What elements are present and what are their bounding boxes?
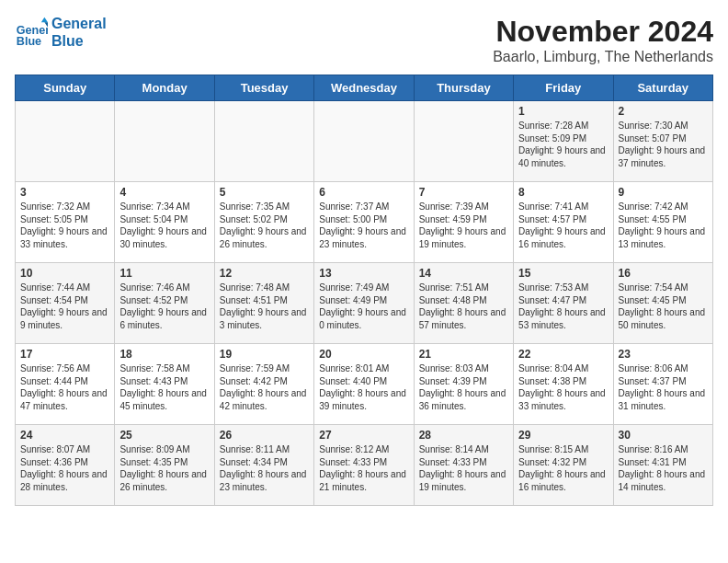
day-number: 12 (220, 267, 309, 280)
day-number: 28 (419, 429, 508, 442)
day-number: 30 (619, 429, 708, 442)
day-info: Sunrise: 7:46 AM Sunset: 4:52 PM Dayligh… (119, 282, 207, 330)
day-info: Sunrise: 8:07 AM Sunset: 4:36 PM Dayligh… (20, 444, 108, 492)
weekday-header-monday: Monday (115, 75, 214, 101)
calendar-cell (314, 101, 414, 182)
calendar-week-2: 3Sunrise: 7:32 AM Sunset: 5:05 PM Daylig… (16, 182, 713, 263)
day-info: Sunrise: 7:37 AM Sunset: 5:00 PM Dayligh… (319, 201, 406, 249)
calendar-cell: 13Sunrise: 7:49 AM Sunset: 4:49 PM Dayli… (314, 263, 414, 344)
calendar-cell: 6Sunrise: 7:37 AM Sunset: 5:00 PM Daylig… (314, 182, 414, 263)
day-info: Sunrise: 7:48 AM Sunset: 4:51 PM Dayligh… (220, 282, 307, 330)
day-info: Sunrise: 8:16 AM Sunset: 4:31 PM Dayligh… (619, 444, 706, 492)
calendar-cell: 15Sunrise: 7:53 AM Sunset: 4:47 PM Dayli… (514, 263, 613, 344)
calendar-cell: 29Sunrise: 8:15 AM Sunset: 4:32 PM Dayli… (514, 425, 613, 506)
day-number: 11 (119, 267, 209, 280)
day-info: Sunrise: 7:39 AM Sunset: 4:59 PM Dayligh… (419, 201, 506, 249)
calendar-cell: 3Sunrise: 7:32 AM Sunset: 5:05 PM Daylig… (16, 182, 115, 263)
weekday-header-wednesday: Wednesday (314, 75, 414, 101)
day-number: 4 (119, 186, 209, 199)
calendar-cell: 8Sunrise: 7:41 AM Sunset: 4:57 PM Daylig… (514, 182, 613, 263)
calendar-cell: 10Sunrise: 7:44 AM Sunset: 4:54 PM Dayli… (16, 263, 115, 344)
day-number: 24 (20, 429, 109, 442)
day-number: 7 (419, 186, 508, 199)
day-info: Sunrise: 7:54 AM Sunset: 4:45 PM Dayligh… (619, 282, 706, 330)
calendar-week-1: 1Sunrise: 7:28 AM Sunset: 5:09 PM Daylig… (16, 101, 713, 182)
calendar-table: SundayMondayTuesdayWednesdayThursdayFrid… (15, 75, 713, 506)
calendar-cell: 18Sunrise: 7:58 AM Sunset: 4:43 PM Dayli… (115, 344, 214, 425)
calendar-cell: 22Sunrise: 8:04 AM Sunset: 4:38 PM Dayli… (514, 344, 613, 425)
day-number: 8 (518, 186, 608, 199)
day-number: 26 (220, 429, 309, 442)
calendar-cell: 12Sunrise: 7:48 AM Sunset: 4:51 PM Dayli… (214, 263, 313, 344)
day-number: 3 (20, 186, 109, 199)
day-info: Sunrise: 8:14 AM Sunset: 4:33 PM Dayligh… (419, 444, 506, 492)
day-info: Sunrise: 8:03 AM Sunset: 4:39 PM Dayligh… (419, 363, 506, 411)
weekday-header-sunday: Sunday (16, 75, 115, 101)
calendar-cell: 30Sunrise: 8:16 AM Sunset: 4:31 PM Dayli… (613, 425, 712, 506)
day-number: 17 (20, 348, 109, 361)
weekday-header-thursday: Thursday (414, 75, 513, 101)
location-title: Baarlo, Limburg, The Netherlands (493, 49, 713, 65)
day-info: Sunrise: 7:49 AM Sunset: 4:49 PM Dayligh… (319, 282, 406, 330)
weekday-header-saturday: Saturday (613, 75, 712, 101)
calendar-cell: 21Sunrise: 8:03 AM Sunset: 4:39 PM Dayli… (414, 344, 513, 425)
svg-marker-2 (41, 17, 48, 22)
day-number: 19 (220, 348, 309, 361)
page-header: General Blue General Blue November 2024 … (15, 15, 713, 65)
calendar-cell: 2Sunrise: 7:30 AM Sunset: 5:07 PM Daylig… (613, 101, 712, 182)
day-info: Sunrise: 7:56 AM Sunset: 4:44 PM Dayligh… (20, 363, 108, 411)
calendar-cell: 20Sunrise: 8:01 AM Sunset: 4:40 PM Dayli… (314, 344, 414, 425)
calendar-week-4: 17Sunrise: 7:56 AM Sunset: 4:44 PM Dayli… (16, 344, 713, 425)
day-number: 23 (619, 348, 708, 361)
day-number: 5 (220, 186, 309, 199)
day-number: 15 (518, 267, 608, 280)
day-number: 13 (319, 267, 408, 280)
day-info: Sunrise: 7:59 AM Sunset: 4:42 PM Dayligh… (220, 363, 307, 411)
calendar-cell: 28Sunrise: 8:14 AM Sunset: 4:33 PM Dayli… (414, 425, 513, 506)
day-info: Sunrise: 7:32 AM Sunset: 5:05 PM Dayligh… (20, 201, 108, 249)
calendar-cell: 25Sunrise: 8:09 AM Sunset: 4:35 PM Dayli… (115, 425, 214, 506)
day-number: 16 (619, 267, 708, 280)
day-info: Sunrise: 7:44 AM Sunset: 4:54 PM Dayligh… (20, 282, 108, 330)
day-info: Sunrise: 7:30 AM Sunset: 5:07 PM Dayligh… (619, 121, 706, 168)
day-number: 29 (518, 429, 608, 442)
day-number: 10 (20, 267, 109, 280)
day-number: 14 (419, 267, 508, 280)
calendar-week-5: 24Sunrise: 8:07 AM Sunset: 4:36 PM Dayli… (16, 425, 713, 506)
day-info: Sunrise: 8:01 AM Sunset: 4:40 PM Dayligh… (319, 363, 406, 411)
day-info: Sunrise: 7:41 AM Sunset: 4:57 PM Dayligh… (518, 201, 606, 249)
day-info: Sunrise: 8:09 AM Sunset: 4:35 PM Dayligh… (119, 444, 207, 492)
calendar-cell: 9Sunrise: 7:42 AM Sunset: 4:55 PM Daylig… (613, 182, 712, 263)
calendar-week-3: 10Sunrise: 7:44 AM Sunset: 4:54 PM Dayli… (16, 263, 713, 344)
day-number: 21 (419, 348, 508, 361)
day-info: Sunrise: 7:58 AM Sunset: 4:43 PM Dayligh… (119, 363, 207, 411)
day-number: 6 (319, 186, 408, 199)
calendar-cell: 4Sunrise: 7:34 AM Sunset: 5:04 PM Daylig… (115, 182, 214, 263)
title-block: November 2024 Baarlo, Limburg, The Nethe… (493, 15, 713, 65)
calendar-cell: 24Sunrise: 8:07 AM Sunset: 4:36 PM Dayli… (16, 425, 115, 506)
day-info: Sunrise: 8:06 AM Sunset: 4:37 PM Dayligh… (619, 363, 706, 411)
weekday-header-tuesday: Tuesday (214, 75, 313, 101)
day-info: Sunrise: 7:42 AM Sunset: 4:55 PM Dayligh… (619, 201, 706, 249)
calendar-cell: 16Sunrise: 7:54 AM Sunset: 4:45 PM Dayli… (613, 263, 712, 344)
calendar-cell: 23Sunrise: 8:06 AM Sunset: 4:37 PM Dayli… (613, 344, 712, 425)
day-info: Sunrise: 7:28 AM Sunset: 5:09 PM Dayligh… (518, 121, 606, 168)
calendar-cell: 11Sunrise: 7:46 AM Sunset: 4:52 PM Dayli… (115, 263, 214, 344)
calendar-cell: 14Sunrise: 7:51 AM Sunset: 4:48 PM Dayli… (414, 263, 513, 344)
calendar-cell: 26Sunrise: 8:11 AM Sunset: 4:34 PM Dayli… (214, 425, 313, 506)
day-number: 27 (319, 429, 408, 442)
calendar-cell (414, 101, 513, 182)
day-info: Sunrise: 7:53 AM Sunset: 4:47 PM Dayligh… (518, 282, 606, 330)
day-info: Sunrise: 8:12 AM Sunset: 4:33 PM Dayligh… (319, 444, 406, 492)
svg-text:Blue: Blue (17, 36, 41, 49)
calendar-cell (214, 101, 313, 182)
calendar-cell: 5Sunrise: 7:35 AM Sunset: 5:02 PM Daylig… (214, 182, 313, 263)
logo: General Blue General Blue (15, 15, 107, 50)
day-info: Sunrise: 7:35 AM Sunset: 5:02 PM Dayligh… (220, 201, 307, 249)
day-info: Sunrise: 8:11 AM Sunset: 4:34 PM Dayligh… (220, 444, 307, 492)
calendar-cell: 7Sunrise: 7:39 AM Sunset: 4:59 PM Daylig… (414, 182, 513, 263)
calendar-cell: 17Sunrise: 7:56 AM Sunset: 4:44 PM Dayli… (16, 344, 115, 425)
day-number: 1 (518, 105, 608, 118)
logo-icon: General Blue (15, 16, 48, 49)
weekday-header-friday: Friday (514, 75, 613, 101)
